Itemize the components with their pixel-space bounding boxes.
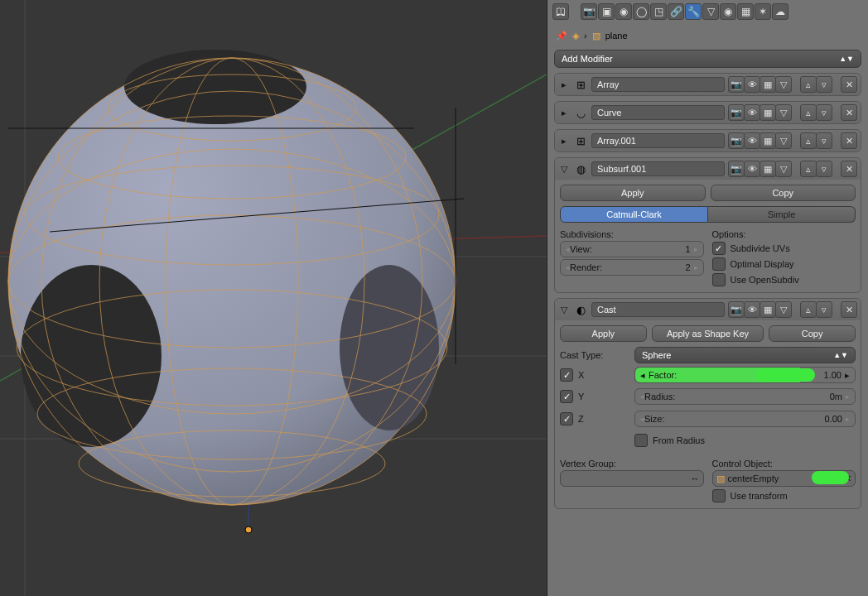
chevron-icon: ▲▼ xyxy=(833,351,848,359)
move-down-button[interactable]: ▿ xyxy=(816,104,832,121)
cast-type-label: Cast Type: xyxy=(560,350,626,360)
tab-particles-icon[interactable]: ✶ xyxy=(755,3,771,20)
tab-constraints-icon[interactable]: 🔗 xyxy=(668,3,684,20)
move-down-button[interactable]: ▿ xyxy=(816,301,832,318)
delete-modifier-button[interactable]: ✕ xyxy=(841,132,857,149)
tab-layers-icon[interactable]: ▣ xyxy=(598,3,615,20)
toggle-cage-icon[interactable]: ▽ xyxy=(775,132,792,149)
context-pin-icon[interactable]: 🕮 xyxy=(552,3,569,20)
modifier-cast: ▽ ◐ Cast 📷 👁 ▦ ▽ ▵ ▿ ✕ Apply Apply as Sh… xyxy=(554,298,861,509)
move-up-button[interactable]: ▵ xyxy=(800,76,817,93)
toggle-viewport-icon[interactable]: 👁 xyxy=(744,76,760,93)
tab-modifiers-icon[interactable]: 🔧 xyxy=(685,3,702,20)
modifier-name-input[interactable]: Cast xyxy=(591,302,725,317)
object-icon: ▧ xyxy=(592,31,600,41)
subsurf-mode-catmull[interactable]: Catmull-Clark xyxy=(560,206,708,223)
toggle-render-icon[interactable]: 📷 xyxy=(728,104,745,121)
delete-modifier-button[interactable]: ✕ xyxy=(841,161,857,177)
modifier-name-input[interactable]: Curve xyxy=(591,105,725,120)
from-radius-checkbox[interactable]: From Radius xyxy=(634,434,856,447)
breadcrumb: 📌 ◈ › ▧ plane xyxy=(551,23,865,48)
modifier-subsurf: ▽ ◍ Subsurf.001 📷 👁 ▦ ▽ ▵ ▿ ✕ Apply Copy… xyxy=(554,157,861,293)
move-down-button[interactable]: ▿ xyxy=(816,132,832,149)
modifier-array-001: ▸ ⊞ Array.001 📷 👁 ▦ ▽ ▵ ▿ ✕ xyxy=(554,129,861,152)
tab-material-icon[interactable]: ◉ xyxy=(720,3,736,20)
tab-render-icon[interactable]: 📷 xyxy=(581,3,597,20)
move-up-button[interactable]: ▵ xyxy=(800,104,817,121)
toggle-cage-icon[interactable]: ▽ xyxy=(775,76,792,93)
svg-point-5 xyxy=(124,50,306,124)
delete-modifier-button[interactable]: ✕ xyxy=(841,301,857,318)
subsurf-render-field[interactable]: ◂ Render: 2 ▸ xyxy=(560,259,704,276)
cast-factor-field[interactable]: ◂ Factor: 1.00 ▸ xyxy=(634,367,856,383)
cast-y-checkbox[interactable]: ✓Y xyxy=(560,390,626,403)
toggle-render-icon[interactable]: 📷 xyxy=(728,301,745,318)
toggle-cage-icon[interactable]: ▽ xyxy=(775,161,792,177)
move-up-button[interactable]: ▵ xyxy=(800,301,817,318)
expand-toggle[interactable]: ▸ xyxy=(558,108,570,118)
apply-button[interactable]: Apply xyxy=(560,325,647,342)
curve-icon: ◡ xyxy=(573,105,588,120)
cast-radius-field[interactable]: ◂Radius:0m▸ xyxy=(634,388,856,405)
toggle-editmode-icon[interactable]: ▦ xyxy=(760,76,776,93)
vertex-group-label: Vertex Group: xyxy=(560,459,704,469)
toggle-editmode-icon[interactable]: ▦ xyxy=(760,301,776,318)
tab-scene-icon[interactable]: ◉ xyxy=(615,3,632,20)
toggle-editmode-icon[interactable]: ▦ xyxy=(760,104,776,121)
subsurf-mode-simple[interactable]: Simple xyxy=(708,206,856,223)
apply-shapekey-button[interactable]: Apply as Shape Key xyxy=(652,325,764,342)
move-down-button[interactable]: ▿ xyxy=(816,76,832,93)
use-transform-checkbox[interactable]: Use transform xyxy=(712,489,856,502)
modifier-curve: ▸ ◡ Curve 📷 👁 ▦ ▽ ▵ ▿ ✕ xyxy=(554,101,861,124)
expand-toggle[interactable]: ▽ xyxy=(558,305,570,315)
invert-icon[interactable]: ↔ xyxy=(691,473,700,483)
add-modifier-dropdown[interactable]: Add Modifier ▲▼ xyxy=(554,50,861,68)
opensubdiv-checkbox[interactable]: Use OpenSubdiv xyxy=(712,273,856,286)
object-icon: ▧ xyxy=(716,473,725,484)
vertex-group-field[interactable]: ↔ xyxy=(560,470,704,487)
modifier-name-input[interactable]: Array.001 xyxy=(591,133,725,148)
toggle-editmode-icon[interactable]: ▦ xyxy=(760,161,776,177)
cast-size-field[interactable]: ◂Size:0.00▸ xyxy=(634,411,856,427)
tab-data-icon[interactable]: ▽ xyxy=(702,3,719,20)
expand-toggle[interactable]: ▸ xyxy=(558,79,570,90)
subsurf-view-field[interactable]: ◂ View: 1 ▸ xyxy=(560,241,704,257)
apply-button[interactable]: Apply xyxy=(560,185,706,201)
toggle-viewport-icon[interactable]: 👁 xyxy=(744,104,760,121)
array-icon: ⊞ xyxy=(573,77,588,92)
toggle-viewport-icon[interactable]: 👁 xyxy=(744,301,760,318)
move-down-button[interactable]: ▿ xyxy=(816,161,832,177)
expand-toggle[interactable]: ▽ xyxy=(558,164,570,175)
pin-icon[interactable]: 📌 xyxy=(556,31,567,41)
toggle-render-icon[interactable]: 📷 xyxy=(728,132,745,149)
tab-world-icon[interactable]: ◯ xyxy=(633,3,649,20)
viewport-3d[interactable] xyxy=(0,0,547,596)
toggle-viewport-icon[interactable]: 👁 xyxy=(744,161,760,177)
move-up-button[interactable]: ▵ xyxy=(800,132,817,149)
toggle-cage-icon[interactable]: ▽ xyxy=(775,104,792,121)
toggle-render-icon[interactable]: 📷 xyxy=(728,161,745,177)
cast-z-checkbox[interactable]: ✓Z xyxy=(560,412,626,425)
toggle-cage-icon[interactable]: ▽ xyxy=(775,301,792,318)
subdivide-uvs-checkbox[interactable]: ✓Subdivide UVs xyxy=(712,242,856,255)
toggle-viewport-icon[interactable]: 👁 xyxy=(744,132,760,149)
tab-physics-icon[interactable]: ☁ xyxy=(772,3,788,20)
move-up-button[interactable]: ▵ xyxy=(800,161,817,177)
cast-type-dropdown[interactable]: Sphere ▲▼ xyxy=(634,347,856,363)
subdivisions-label: Subdivisions: xyxy=(560,229,704,239)
toggle-editmode-icon[interactable]: ▦ xyxy=(760,132,776,149)
toggle-render-icon[interactable]: 📷 xyxy=(728,76,745,93)
copy-button[interactable]: Copy xyxy=(769,325,856,342)
expand-toggle[interactable]: ▸ xyxy=(558,136,570,147)
viewport-content xyxy=(0,0,547,596)
optimal-display-checkbox[interactable]: Optimal Display xyxy=(712,257,856,271)
tab-object-icon[interactable]: ◳ xyxy=(650,3,667,20)
modifier-name-input[interactable]: Subsurf.001 xyxy=(591,161,725,176)
cast-x-checkbox[interactable]: ✓X xyxy=(560,368,626,382)
tab-texture-icon[interactable]: ▦ xyxy=(737,3,754,20)
copy-button[interactable]: Copy xyxy=(711,185,856,201)
object-origin xyxy=(245,526,252,533)
delete-modifier-button[interactable]: ✕ xyxy=(841,76,857,93)
delete-modifier-button[interactable]: ✕ xyxy=(841,104,857,121)
modifier-name-input[interactable]: Array xyxy=(591,77,725,92)
